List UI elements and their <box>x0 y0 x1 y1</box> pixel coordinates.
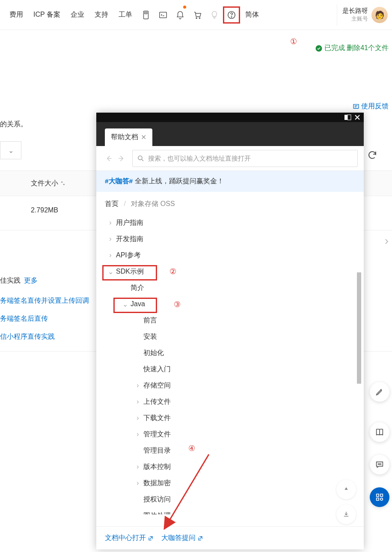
tree-item-l3[interactable]: 图片处理 <box>96 507 364 514</box>
nav-fee[interactable]: 费用 <box>4 10 28 19</box>
pencil-icon <box>375 387 384 397</box>
tree-item-l3[interactable]: 前言 <box>96 312 364 328</box>
nav-support[interactable]: 支持 <box>89 10 113 19</box>
arrow-right-icon <box>117 154 126 163</box>
tree-item-l2[interactable]: 简介 <box>96 280 364 296</box>
nav-ticket[interactable]: 工单 <box>113 10 137 19</box>
tree-item-l3[interactable]: ›管理文件 <box>96 426 364 442</box>
tree-label: 管理文件 <box>143 430 171 439</box>
annotation-4: ④ <box>188 444 195 453</box>
pager-next[interactable] <box>383 238 390 247</box>
fab-apps[interactable] <box>370 487 389 507</box>
tree-item-l1[interactable]: ›开发指南 <box>96 231 364 247</box>
tree-item-l3[interactable]: ›上传文件 <box>96 394 364 410</box>
check-circle-icon <box>315 45 323 52</box>
annotation-1: ① <box>290 37 297 46</box>
chevron-right-icon: › <box>135 414 141 422</box>
nav-icp[interactable]: ICP 备案 <box>28 10 65 19</box>
user-role: 主账号 <box>342 15 368 23</box>
tree-item-l1[interactable]: ›API参考 <box>96 247 364 263</box>
help-panel: 帮助文档 ✕ #大咖答# 全新上线，踊跃提问赢奖金！ 首页 / 对象存储 OSS… <box>96 113 364 549</box>
panel-tab[interactable]: 帮助文档 ✕ <box>105 128 152 146</box>
bg-link-3[interactable]: 信小程序直传实践 <box>0 332 55 341</box>
tree-label: 用户指南 <box>116 218 143 227</box>
cart-icon[interactable] <box>189 6 206 24</box>
nav-enterprise[interactable]: 企业 <box>65 10 89 19</box>
tree-label: 管理目录 <box>143 446 171 455</box>
tree-label: 开发指南 <box>116 235 143 244</box>
tree-item-l1[interactable]: ›用户指南 <box>96 215 364 231</box>
chevron-right-icon: › <box>135 382 141 389</box>
annotation-2: ② <box>169 267 176 276</box>
user-menu[interactable]: 是长路呀 主账号 🧑 <box>337 4 388 26</box>
svg-rect-13 <box>380 494 383 497</box>
bulb-icon[interactable] <box>206 6 223 24</box>
fab-download[interactable] <box>336 504 356 524</box>
bg-dropdown[interactable]: ⌄ <box>0 141 21 159</box>
nav-back[interactable] <box>102 152 115 165</box>
feedback-link[interactable]: 使用反馈 <box>353 102 389 111</box>
svg-point-3 <box>196 18 197 18</box>
svg-rect-17 <box>347 115 351 120</box>
fab-scroll-top[interactable] <box>336 480 356 499</box>
maximize-icon[interactable] <box>344 114 352 120</box>
nav-forward[interactable] <box>115 152 128 165</box>
ask-question[interactable]: 大咖答提问 <box>161 534 203 543</box>
chat-icon <box>375 460 384 469</box>
svg-rect-2 <box>160 12 167 18</box>
bg-link-1[interactable]: 务端签名直传并设置上传回调 <box>0 296 89 305</box>
open-doc-center[interactable]: 文档中心打开 <box>105 534 154 543</box>
svg-rect-1 <box>145 12 147 14</box>
more-link[interactable]: 更多 <box>24 277 38 284</box>
app-icon[interactable] <box>137 6 154 24</box>
crumb-home[interactable]: 首页 <box>105 200 119 207</box>
svg-rect-8 <box>353 104 359 108</box>
book-icon <box>375 427 384 437</box>
bg-fragment-text: 的关系。 <box>0 120 27 129</box>
annotation-3: ③ <box>174 300 181 309</box>
svg-point-4 <box>199 18 200 18</box>
tree-item-l3[interactable]: ›下载文件 <box>96 410 364 426</box>
banner-highlight: #大咖答# <box>105 177 133 185</box>
fab-book[interactable] <box>370 422 389 442</box>
tree-label: 快速入门 <box>143 365 171 374</box>
svg-point-18 <box>138 156 142 160</box>
tree-item-l3[interactable]: ›版本控制 <box>96 459 364 475</box>
banner[interactable]: #大咖答# 全新上线，踊跃提问赢奖金！ <box>96 171 364 192</box>
lang-toggle[interactable]: 简体 <box>240 10 264 19</box>
bg-link-2[interactable]: 务端签名后直传 <box>0 314 48 323</box>
help-icon[interactable] <box>223 6 240 24</box>
tab-close-icon[interactable]: ✕ <box>141 133 146 141</box>
panel-footer: 文档中心打开 大咖答提问 <box>96 526 364 549</box>
refresh-button[interactable] <box>367 150 377 162</box>
svg-rect-16 <box>344 115 347 120</box>
panel-tabrow: 帮助文档 ✕ <box>96 122 364 146</box>
col-file-size[interactable]: 文件大小 <box>31 179 66 188</box>
fab-edit[interactable] <box>370 382 389 402</box>
tree-item-l3[interactable]: 初始化 <box>96 345 364 361</box>
breadcrumb: 首页 / 对象存储 OSS <box>96 192 364 215</box>
tree-label: SDK示例 <box>116 267 144 276</box>
tree-item-java[interactable]: ⌄Java <box>96 296 364 312</box>
tree-item-l3[interactable]: 快速入门 <box>96 361 364 377</box>
tree-item-l3[interactable]: ›数据加密 <box>96 475 364 491</box>
scrollbar-thumb[interactable] <box>357 272 361 384</box>
tree-item-l3[interactable]: ›存储空间 <box>96 377 364 394</box>
close-icon[interactable] <box>353 114 361 120</box>
refresh-icon <box>367 150 377 160</box>
tree-label: API参考 <box>116 251 141 260</box>
fab-chat[interactable] <box>370 455 389 474</box>
tree-item-l1[interactable]: ⌄SDK示例 <box>96 263 364 280</box>
search-box[interactable] <box>132 150 358 167</box>
tree-item-l3[interactable]: 安装 <box>96 328 364 345</box>
tree-label: 前言 <box>143 316 157 325</box>
terminal-icon[interactable] <box>154 6 172 24</box>
search-input[interactable] <box>148 155 353 162</box>
tree-item-l3[interactable]: 授权访问 <box>96 491 364 507</box>
tree-item-l3[interactable]: 管理目录 <box>96 442 364 459</box>
notification-dot <box>183 6 186 9</box>
tree-label: 存储空间 <box>143 381 171 390</box>
user-name: 是长路呀 <box>342 7 368 15</box>
top-nav: 费用 ICP 备案 企业 支持 工单 简体 是长路呀 主账号 🧑 <box>0 0 392 30</box>
bell-icon[interactable] <box>172 6 189 24</box>
